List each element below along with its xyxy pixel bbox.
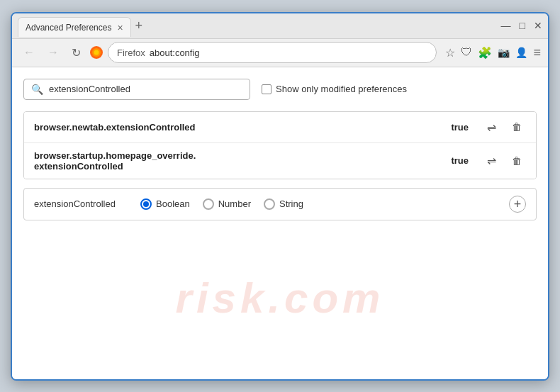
new-preference-row: extensionControlled Boolean Number Strin… bbox=[23, 188, 537, 220]
search-icon: 🔍 bbox=[31, 84, 43, 95]
radio-boolean[interactable]: Boolean bbox=[140, 198, 190, 210]
shield-icon[interactable]: 🛡 bbox=[461, 46, 472, 59]
radio-boolean-circle[interactable] bbox=[140, 198, 152, 210]
radio-boolean-label: Boolean bbox=[156, 198, 190, 209]
tab-close-button[interactable]: × bbox=[117, 23, 123, 33]
svg-point-2 bbox=[94, 50, 99, 55]
search-input[interactable] bbox=[49, 84, 242, 94]
new-pref-name: extensionControlled bbox=[34, 198, 126, 209]
browser-tab[interactable]: Advanced Preferences × bbox=[18, 17, 131, 37]
search-row: 🔍 Show only modified preferences bbox=[23, 79, 537, 100]
nav-icons: ☆ 🛡 🧩 📷 👤 ≡ bbox=[445, 45, 541, 60]
minimize-button[interactable]: — bbox=[501, 21, 511, 30]
back-button[interactable]: ← bbox=[19, 43, 39, 62]
radio-number[interactable]: Number bbox=[203, 198, 251, 210]
address-bar[interactable]: Firefox about:config bbox=[108, 42, 437, 63]
close-button[interactable]: ✕ bbox=[534, 21, 542, 30]
nav-bar: ← → ↻ Firefox about:config ☆ 🛡 🧩 📷 👤 ≡ bbox=[12, 39, 548, 67]
content-area: 🔍 Show only modified preferences browser… bbox=[12, 67, 548, 379]
pref-swap-button-1[interactable]: ⇌ bbox=[483, 119, 500, 135]
pref-delete-button-2[interactable]: 🗑 bbox=[508, 153, 526, 169]
reload-button[interactable]: ↻ bbox=[67, 43, 85, 62]
table-row: browser.newtab.extensionControlled true … bbox=[24, 112, 536, 143]
pref-name-2: browser.startup.homepage_override. exten… bbox=[34, 150, 444, 172]
trash-icon-1: 🗑 bbox=[512, 121, 522, 133]
pref-name-1: browser.newtab.extensionControlled bbox=[34, 122, 444, 133]
radio-number-circle[interactable] bbox=[203, 198, 214, 210]
title-bar: Advanced Preferences × + — □ ✕ bbox=[12, 13, 548, 39]
tab-title: Advanced Preferences bbox=[26, 23, 111, 33]
browser-window: Advanced Preferences × + — □ ✕ ← → ↻ Fir… bbox=[11, 12, 549, 381]
preference-search-box[interactable]: 🔍 bbox=[23, 79, 250, 100]
pref-value-2: true bbox=[451, 155, 469, 166]
table-row: browser.startup.homepage_override. exten… bbox=[24, 143, 536, 179]
pref-delete-button-1[interactable]: 🗑 bbox=[508, 119, 526, 135]
menu-icon[interactable]: ≡ bbox=[533, 45, 541, 60]
show-modified-label[interactable]: Show only modified preferences bbox=[262, 84, 407, 94]
bookmark-icon[interactable]: ☆ bbox=[445, 46, 455, 60]
extension-icon[interactable]: 🧩 bbox=[478, 46, 492, 60]
pref-swap-button-2[interactable]: ⇌ bbox=[483, 152, 500, 169]
radio-number-label: Number bbox=[218, 198, 251, 209]
content-wrapper: 🔍 Show only modified preferences browser… bbox=[12, 67, 548, 379]
pref-value-1: true bbox=[451, 122, 469, 133]
swap-icon-1: ⇌ bbox=[487, 121, 496, 133]
forward-button[interactable]: → bbox=[43, 43, 63, 62]
show-modified-checkbox[interactable] bbox=[262, 84, 271, 94]
show-modified-text: Show only modified preferences bbox=[276, 84, 407, 94]
account-icon[interactable]: 👤 bbox=[515, 47, 527, 58]
radio-string-circle[interactable] bbox=[264, 198, 275, 210]
address-text: about:config bbox=[150, 47, 200, 58]
preferences-table: browser.newtab.extensionControlled true … bbox=[23, 111, 537, 179]
title-bar-controls: — □ ✕ bbox=[501, 21, 542, 30]
add-preference-button[interactable]: + bbox=[509, 196, 526, 213]
radio-string[interactable]: String bbox=[264, 198, 303, 210]
new-tab-button[interactable]: + bbox=[135, 19, 143, 32]
firefox-label: Firefox bbox=[117, 47, 145, 58]
firefox-icon bbox=[89, 45, 103, 60]
radio-string-label: String bbox=[279, 198, 303, 209]
trash-icon-2: 🗑 bbox=[512, 155, 522, 167]
camera-icon[interactable]: 📷 bbox=[498, 47, 510, 58]
type-radio-group: Boolean Number String bbox=[140, 198, 495, 210]
swap-icon-2: ⇌ bbox=[487, 155, 496, 167]
maximize-button[interactable]: □ bbox=[520, 21, 525, 30]
